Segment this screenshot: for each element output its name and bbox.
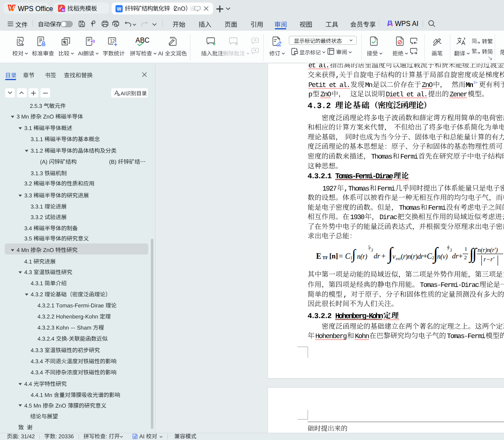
svg-text:12: 12 <box>110 38 115 43</box>
svg-text:AI: AI <box>62 9 65 12</box>
svg-text:W: W <box>117 6 121 12</box>
